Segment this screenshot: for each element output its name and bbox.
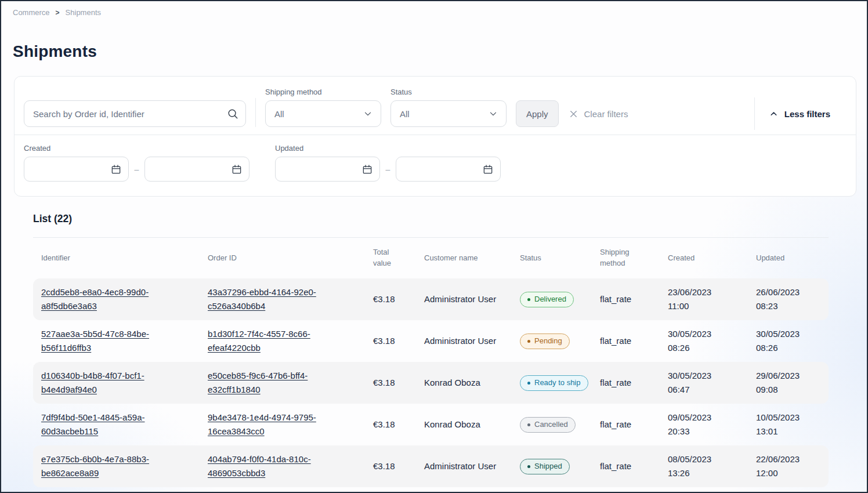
order-id-link[interactable]: 9b4e3478-1e4d-4974-9795-16cea3843cc0 xyxy=(208,411,348,438)
close-icon xyxy=(568,108,579,119)
chevron-up-icon xyxy=(769,109,779,119)
list-title: List (22) xyxy=(33,213,854,225)
cell-identifier: 2cdd5eb8-e8a0-4ec8-99d0-a8f5db6e3a63 xyxy=(33,285,200,313)
cell-updated: 22/06/2023 12:00 xyxy=(748,452,813,480)
created-from-input[interactable] xyxy=(24,157,129,182)
status-badge: Delivered xyxy=(520,292,574,307)
identifier-link[interactable]: e7e375cb-6b0b-4e7a-88b3-be862ace8a89 xyxy=(41,452,182,480)
column-header-updated: Updated xyxy=(748,253,831,264)
cell-updated: 26/06/2023 08:23 xyxy=(748,285,813,313)
search-input[interactable] xyxy=(24,100,246,127)
cell-status: Delivered xyxy=(512,291,592,307)
shipments-list-section: List (22) Identifier Order ID Total valu… xyxy=(14,197,854,487)
filters-panel: Shipping method All Status All xyxy=(14,76,856,197)
status-badge: Pending xyxy=(520,334,570,349)
order-id-link[interactable]: b1d30f12-7f4c-4557-8c66-efeaf4220cbb xyxy=(208,327,348,355)
cell-shipping-method: flat_rate xyxy=(592,459,660,473)
cell-total-value: €3.18 xyxy=(365,418,416,432)
column-header-order-id: Order ID xyxy=(200,253,365,264)
table-row: 7df9f4bd-50e1-4845-a59a-60d3acbeb115 9b4… xyxy=(33,404,829,445)
breadcrumb-separator-icon: > xyxy=(56,9,60,17)
cell-created: 08/05/2023 13:26 xyxy=(660,452,725,480)
table-header-row: Identifier Order ID Total value Customer… xyxy=(33,238,829,278)
cell-updated: 29/06/2023 09:08 xyxy=(748,369,813,397)
column-header-total-value: Total value xyxy=(365,247,416,269)
cell-customer-name: Administrator User xyxy=(416,292,503,306)
apply-button[interactable]: Apply xyxy=(516,100,559,127)
cell-order-id: b1d30f12-7f4c-4557-8c66-efeaf4220cbb xyxy=(200,327,365,355)
clear-filters-button[interactable]: Clear filters xyxy=(568,100,628,127)
column-header-identifier: Identifier xyxy=(33,253,200,264)
cell-customer-name: Konrad Oboza xyxy=(416,418,503,432)
breadcrumb-item-commerce[interactable]: Commerce xyxy=(13,8,50,17)
cell-created: 30/05/2023 08:26 xyxy=(660,327,725,355)
cell-identifier: 527aae3a-5b5d-47c8-84be-b56f11d6ffb3 xyxy=(33,327,200,355)
table-row: e7e375cb-6b0b-4e7a-88b3-be862ace8a89 404… xyxy=(33,445,829,487)
cell-total-value: €3.18 xyxy=(365,376,416,390)
cell-identifier: 7df9f4bd-50e1-4845-a59a-60d3acbeb115 xyxy=(33,411,200,438)
cell-status: Pending xyxy=(512,333,592,349)
chevron-down-icon xyxy=(363,108,373,119)
less-filters-label: Less filters xyxy=(784,109,830,119)
filter-divider xyxy=(754,97,755,130)
page-title: Shipments xyxy=(13,42,867,61)
shipping-method-label: Shipping method xyxy=(265,88,381,96)
status-badge: Ready to ship xyxy=(520,375,588,391)
cell-order-id: e50ceb85-f9c6-47b6-bff4-e32cff1b1840 xyxy=(200,369,365,397)
date-range-dash: – xyxy=(380,165,396,174)
cell-total-value: €3.18 xyxy=(365,334,416,348)
cell-total-value: €3.18 xyxy=(365,292,416,306)
clear-filters-label: Clear filters xyxy=(584,109,628,119)
cell-created: 30/05/2023 06:47 xyxy=(660,369,725,397)
cell-total-value: €3.18 xyxy=(365,459,416,473)
updated-from-input[interactable] xyxy=(275,157,380,182)
status-label: Status xyxy=(390,88,507,96)
shipping-method-select[interactable]: All xyxy=(265,100,381,127)
status-field: Status All xyxy=(390,88,507,127)
status-badge: Shipped xyxy=(520,459,570,474)
breadcrumb-item-shipments[interactable]: Shipments xyxy=(66,8,101,17)
date-range-dash: – xyxy=(129,165,144,174)
order-id-link[interactable]: 43a37296-ebbd-4164-92e0-c526a340b6b4 xyxy=(208,285,348,313)
cell-shipping-method: flat_rate xyxy=(592,418,660,432)
column-header-created: Created xyxy=(660,253,748,264)
status-value: All xyxy=(400,109,410,119)
chevron-down-icon xyxy=(488,108,498,119)
search-icon xyxy=(227,108,238,119)
cell-customer-name: Administrator User xyxy=(416,334,503,348)
table-row: d106340b-b4b8-4f07-bcf1-b4e4d9af94e0 e50… xyxy=(33,362,829,404)
status-select[interactable]: All xyxy=(390,100,507,127)
column-header-shipping-method: Shipping method xyxy=(592,247,660,269)
column-header-status: Status xyxy=(512,253,592,264)
cell-status: Shipped xyxy=(512,458,592,474)
identifier-link[interactable]: d106340b-b4b8-4f07-bcf1-b4e4d9af94e0 xyxy=(41,369,182,397)
cell-shipping-method: flat_rate xyxy=(592,334,660,348)
filter-divider xyxy=(255,98,256,127)
shipping-method-value: All xyxy=(274,109,284,119)
status-badge: Cancelled xyxy=(520,417,576,433)
updated-label: Updated xyxy=(275,144,501,153)
cell-updated: 10/05/2023 13:01 xyxy=(748,411,813,438)
order-id-link[interactable]: 404ab794-f0f0-41da-810c-4869053cbbd3 xyxy=(208,452,348,480)
app-frame: Commerce > Shipments Shipments Shipping … xyxy=(0,0,868,493)
updated-to-input[interactable] xyxy=(396,157,501,182)
identifier-link[interactable]: 2cdd5eb8-e8a0-4ec8-99d0-a8f5db6e3a63 xyxy=(41,285,182,313)
column-header-customer-name: Customer name xyxy=(416,253,512,264)
updated-range-field: Updated – xyxy=(275,144,501,182)
cell-created: 23/06/2023 11:00 xyxy=(660,285,725,313)
cell-customer-name: Konrad Oboza xyxy=(416,376,503,390)
cell-created: 09/05/2023 20:33 xyxy=(660,411,725,438)
order-id-link[interactable]: e50ceb85-f9c6-47b6-bff4-e32cff1b1840 xyxy=(208,369,348,397)
table-row: 527aae3a-5b5d-47c8-84be-b56f11d6ffb3 b1d… xyxy=(33,320,829,362)
identifier-link[interactable]: 7df9f4bd-50e1-4845-a59a-60d3acbeb115 xyxy=(41,411,182,438)
table-body: 2cdd5eb8-e8a0-4ec8-99d0-a8f5db6e3a63 43a… xyxy=(14,278,854,487)
created-range-field: Created – xyxy=(24,144,249,182)
less-filters-button[interactable]: Less filters xyxy=(769,100,847,127)
cell-identifier: d106340b-b4b8-4f07-bcf1-b4e4d9af94e0 xyxy=(33,369,200,397)
breadcrumb: Commerce > Shipments xyxy=(1,1,867,17)
cell-status: Ready to ship xyxy=(512,375,592,391)
created-to-input[interactable] xyxy=(144,157,249,182)
identifier-link[interactable]: 527aae3a-5b5d-47c8-84be-b56f11d6ffb3 xyxy=(41,327,182,355)
table-row: 2cdd5eb8-e8a0-4ec8-99d0-a8f5db6e3a63 43a… xyxy=(33,278,829,320)
cell-order-id: 9b4e3478-1e4d-4974-9795-16cea3843cc0 xyxy=(200,411,365,438)
